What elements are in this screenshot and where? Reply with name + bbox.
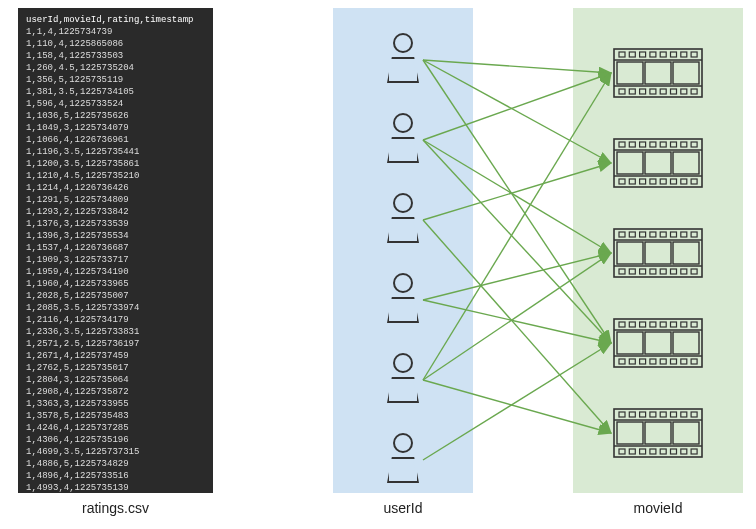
- svg-rect-78: [629, 359, 635, 364]
- svg-rect-6: [650, 52, 656, 57]
- csv-row: 1,4306,4,1225735196: [26, 434, 205, 446]
- svg-rect-106: [691, 449, 697, 454]
- svg-rect-25: [619, 142, 625, 147]
- svg-rect-85: [617, 332, 643, 354]
- svg-rect-12: [629, 89, 635, 94]
- csv-row: 1,1960,4,1225733965: [26, 278, 205, 290]
- svg-rect-60: [671, 269, 677, 274]
- svg-rect-39: [681, 179, 687, 184]
- film-icon: [613, 318, 703, 368]
- svg-rect-91: [619, 412, 625, 417]
- svg-rect-58: [650, 269, 656, 274]
- svg-rect-54: [691, 232, 697, 237]
- svg-rect-30: [671, 142, 677, 147]
- csv-row: 1,1376,3,1225733539: [26, 218, 205, 230]
- svg-rect-18: [691, 89, 697, 94]
- csv-row: 1,4699,3.5,1225737315: [26, 446, 205, 458]
- svg-rect-16: [671, 89, 677, 94]
- svg-rect-59: [660, 269, 666, 274]
- svg-rect-72: [650, 322, 656, 327]
- svg-rect-21: [673, 62, 699, 84]
- csv-row: 1,1036,5,1225735626: [26, 110, 205, 122]
- svg-rect-62: [691, 269, 697, 274]
- svg-rect-22: [614, 139, 702, 187]
- user-icon: [383, 433, 423, 488]
- csv-row: 1,1,4,1225734739: [26, 26, 205, 38]
- svg-rect-77: [619, 359, 625, 364]
- csv-row: 1,2116,4,1225734179: [26, 314, 205, 326]
- svg-rect-17: [681, 89, 687, 94]
- svg-rect-7: [660, 52, 666, 57]
- svg-rect-94: [650, 412, 656, 417]
- svg-rect-32: [691, 142, 697, 147]
- csv-row: 1,4246,4,1225737285: [26, 422, 205, 434]
- csv-row: 1,356,5,1225735119: [26, 74, 205, 86]
- csv-row: 1,158,4,1225733503: [26, 50, 205, 62]
- svg-rect-11: [619, 89, 625, 94]
- svg-rect-81: [660, 359, 666, 364]
- svg-rect-71: [640, 322, 646, 327]
- svg-rect-57: [640, 269, 646, 274]
- csv-file-label: ratings.csv: [18, 500, 213, 516]
- film-icon: [613, 48, 703, 98]
- movie-column-label: movieId: [573, 500, 743, 516]
- svg-rect-37: [660, 179, 666, 184]
- svg-rect-61: [681, 269, 687, 274]
- svg-rect-75: [681, 322, 687, 327]
- svg-rect-15: [660, 89, 666, 94]
- user-icon: [383, 193, 423, 248]
- svg-rect-31: [681, 142, 687, 147]
- svg-rect-10: [691, 52, 697, 57]
- svg-rect-102: [650, 449, 656, 454]
- svg-rect-93: [640, 412, 646, 417]
- svg-rect-95: [660, 412, 666, 417]
- svg-rect-49: [640, 232, 646, 237]
- svg-rect-55: [619, 269, 625, 274]
- csv-row: 1,2336,3.5,1225733831: [26, 326, 205, 338]
- svg-rect-84: [691, 359, 697, 364]
- svg-rect-43: [673, 152, 699, 174]
- svg-rect-53: [681, 232, 687, 237]
- svg-rect-66: [614, 319, 702, 367]
- svg-rect-52: [671, 232, 677, 237]
- svg-rect-70: [629, 322, 635, 327]
- csv-row: 1,381,3.5,1225734105: [26, 86, 205, 98]
- svg-rect-47: [619, 232, 625, 237]
- svg-rect-3: [619, 52, 625, 57]
- svg-rect-33: [619, 179, 625, 184]
- svg-rect-4: [629, 52, 635, 57]
- csv-row: 1,4896,4,1225733516: [26, 470, 205, 482]
- svg-rect-20: [645, 62, 671, 84]
- svg-rect-42: [645, 152, 671, 174]
- svg-rect-5: [640, 52, 646, 57]
- svg-rect-40: [691, 179, 697, 184]
- svg-rect-35: [640, 179, 646, 184]
- csv-row: 1,4993,4,1225735139: [26, 482, 205, 493]
- user-icon: [383, 353, 423, 408]
- svg-rect-82: [671, 359, 677, 364]
- user-icon: [383, 113, 423, 168]
- svg-rect-83: [681, 359, 687, 364]
- svg-rect-109: [673, 422, 699, 444]
- csv-row: 1,2028,5,1225735007: [26, 290, 205, 302]
- svg-rect-56: [629, 269, 635, 274]
- svg-rect-51: [660, 232, 666, 237]
- svg-rect-80: [650, 359, 656, 364]
- svg-rect-96: [671, 412, 677, 417]
- csv-row: 1,1066,4,1226736961: [26, 134, 205, 146]
- csv-row: 1,2671,4,1225737459: [26, 350, 205, 362]
- svg-rect-86: [645, 332, 671, 354]
- user-icon: [383, 33, 423, 88]
- csv-row: 1,1909,3,1225733717: [26, 254, 205, 266]
- svg-rect-104: [671, 449, 677, 454]
- svg-rect-100: [629, 449, 635, 454]
- svg-rect-8: [671, 52, 677, 57]
- film-icon: [613, 138, 703, 188]
- csv-row: 1,1537,4,1226736687: [26, 242, 205, 254]
- user-icon: [383, 273, 423, 328]
- svg-rect-97: [681, 412, 687, 417]
- film-icon: [613, 408, 703, 458]
- svg-rect-103: [660, 449, 666, 454]
- svg-rect-0: [614, 49, 702, 97]
- svg-rect-107: [617, 422, 643, 444]
